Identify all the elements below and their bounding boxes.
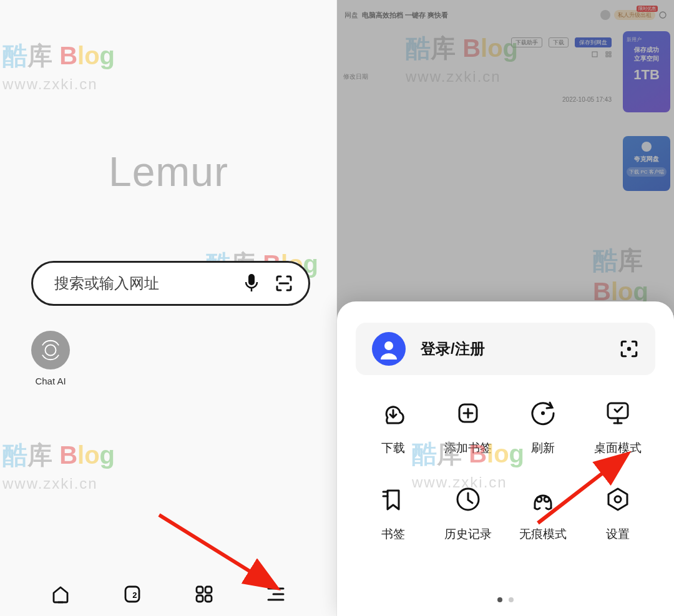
browser-home-screen: 酷库 Blog www.zxki.cn 酷库 Blog www.zxki.cn …: [0, 0, 337, 616]
svg-rect-0: [248, 274, 255, 285]
login-register-label: 登录/注册: [421, 339, 485, 359]
svg-point-21: [627, 347, 631, 351]
shortcut-label: Chat AI: [31, 376, 70, 386]
search-placeholder: 搜索或输入网址: [54, 273, 245, 293]
menu-item-download[interactable]: 下载: [356, 398, 431, 456]
menu-item-history[interactable]: 历史记录: [431, 484, 506, 542]
add-bookmark-icon: [452, 398, 484, 429]
menu-item-refresh[interactable]: 刷新: [506, 398, 580, 456]
annotation-arrow-2: [532, 448, 644, 529]
search-bar[interactable]: 搜索或输入网址: [31, 261, 310, 306]
microphone-icon[interactable]: [245, 274, 258, 293]
svg-point-2: [45, 345, 56, 355]
scan-icon[interactable]: [619, 339, 639, 359]
svg-line-12: [159, 515, 275, 587]
svg-point-20: [384, 341, 393, 350]
menu-item-add-bookmark[interactable]: 添加书签: [431, 398, 506, 456]
shortcut-chat-ai[interactable]: Chat AI: [31, 331, 70, 386]
chatai-icon: [31, 331, 70, 369]
refresh-icon: [527, 398, 559, 429]
svg-point-25: [541, 411, 545, 415]
scan-icon[interactable]: [275, 274, 293, 293]
bookmarks-icon: [378, 484, 409, 515]
svg-line-36: [538, 456, 625, 523]
download-icon: [378, 398, 409, 429]
watermark: 酷库 Blog www.zxki.cn: [2, 438, 115, 492]
browser-menu-screen: 网盘 电脑高效拍档 一键存 爽快看 私人升级出租 限时优惠 下载助手 下载 保存…: [337, 0, 674, 616]
annotation-arrow-1: [156, 512, 293, 612]
browser-brand-name: Lemur: [109, 148, 228, 195]
dot-1: [497, 597, 502, 602]
page-indicator: [497, 597, 514, 602]
history-icon: [452, 484, 484, 515]
tab-count: 2: [132, 590, 137, 600]
menu-item-bookmarks[interactable]: 书签: [356, 484, 431, 542]
desktop-mode-icon: [602, 398, 633, 429]
home-button[interactable]: [51, 584, 71, 604]
dot-2: [509, 597, 514, 602]
menu-item-desktop-mode[interactable]: 桌面模式: [580, 398, 655, 456]
watermark: 酷库 Blog www.zxki.cn: [2, 39, 115, 93]
avatar-icon: [372, 332, 406, 366]
profile-row[interactable]: 登录/注册: [356, 323, 655, 375]
tabs-button[interactable]: 2: [122, 584, 142, 604]
